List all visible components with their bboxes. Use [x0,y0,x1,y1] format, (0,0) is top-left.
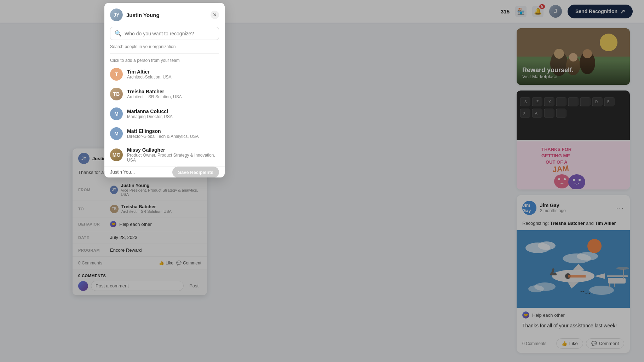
marianna-name: Marianna Colucci [127,109,173,114]
marianna-role: Managing Director, USA [127,114,173,119]
tim-avatar: T [110,68,123,81]
search-input-wrapper: 🔍 [110,27,219,40]
matt-role: Director-Global Tech & Analytics, USA [127,134,199,139]
matt-info: Matt Ellingson Director-Global Tech & An… [127,128,199,139]
modal-bottom-bar: Justin You... Save Recipients [104,166,225,177]
section-label: Click to add a person from your team [104,55,225,64]
bottom-user-label: Justin You... [110,169,135,175]
tim-role: Architect-Solution, USA [127,75,171,80]
modal-header: JY Justin Young ✕ [104,3,225,24]
person-item-treisha[interactable]: TB Treisha Batcher Architect – SR Soluti… [104,84,225,104]
modal-user-name: Justin Young [126,12,207,18]
person-item-tim[interactable]: T Tim Altier Architect-Solution, USA [104,64,225,84]
tim-name: Tim Altier [127,69,171,75]
person-item-missy[interactable]: MG Missy Gallagher Product Owner, Produc… [104,144,225,166]
search-hint: Search people in your organization [104,43,225,52]
people-list: T Tim Altier Architect-Solution, USA TB … [104,64,225,166]
matt-name: Matt Ellingson [127,128,199,134]
missy-role: Product Owner, Product Strategy & Innova… [127,153,219,163]
person-item-marianna[interactable]: M Marianna Colucci Managing Director, US… [104,104,225,124]
marianna-info: Marianna Colucci Managing Director, USA [127,109,173,119]
modal-overlay[interactable] [0,0,644,362]
search-modal: JY Justin Young ✕ 🔍 Search people in you… [104,3,225,177]
missy-avatar: MG [110,148,123,161]
search-icon: 🔍 [115,30,122,37]
modal-user-avatar: JY [110,8,123,21]
treisha-role: Architect – SR Solution, USA [127,94,182,99]
save-recipients-button[interactable]: Save Recipients [172,167,219,177]
missy-name: Missy Gallagher [127,147,219,153]
divider [110,53,219,54]
treisha-info: Treisha Batcher Architect – SR Solution,… [127,89,182,99]
matt-avatar: M [110,127,123,140]
treisha-name: Treisha Batcher [127,89,182,94]
missy-info: Missy Gallagher Product Owner, Product S… [127,147,219,163]
search-input[interactable] [125,31,214,36]
search-area: 🔍 [104,24,225,43]
treisha-avatar: TB [110,88,123,100]
modal-close-button[interactable]: ✕ [211,11,219,19]
person-item-matt[interactable]: M Matt Ellingson Director-Global Tech & … [104,124,225,144]
tim-info: Tim Altier Architect-Solution, USA [127,69,171,80]
marianna-avatar: M [110,107,123,120]
